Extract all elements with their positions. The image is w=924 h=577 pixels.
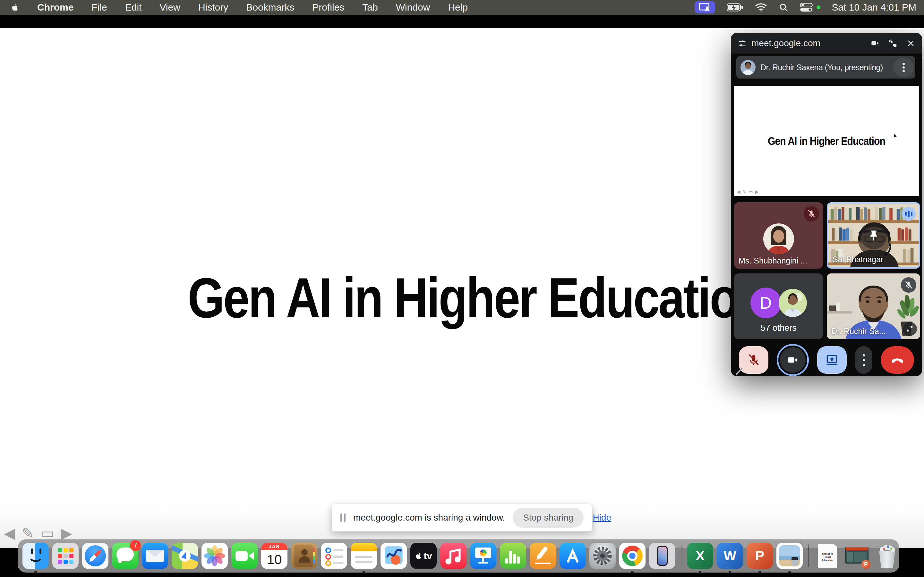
dock-mail[interactable] [142,543,168,569]
dock-appstore[interactable] [559,543,586,569]
running-indicator [729,571,731,574]
meet-window-header[interactable]: meet.google.com [731,33,922,53]
mic-muted-icon [901,277,916,293]
settings-icon [590,543,615,569]
camera-toggle-icon[interactable] [870,39,880,48]
ppt-file-icon: P [844,543,871,569]
appletv-icon: tv [410,543,437,569]
dock-chrome[interactable] [619,543,646,569]
dock-safari[interactable] [82,543,108,569]
menu-item-history[interactable]: History [198,2,228,13]
prev-slide-icon[interactable]: ◀ [4,526,15,540]
menu-bar-clock[interactable]: Sat 10 Jan 4:01 PM [832,2,917,13]
contacts-icon [291,543,317,569]
screen-sharing-status-icon[interactable] [695,1,715,13]
dock-powerpoint[interactable]: P [746,543,773,569]
present-screen-button[interactable] [817,346,846,374]
next-slide-icon[interactable]: ▶ [61,526,72,540]
picture-in-picture-icon[interactable] [888,39,898,48]
dock-launchpad[interactable] [52,543,79,569]
dock-reminders[interactable] [321,543,347,569]
presenter-more-options-icon[interactable] [893,58,914,77]
camera-on-button[interactable] [777,344,809,376]
dock-contacts[interactable] [291,543,317,569]
expand-tile-icon[interactable] [903,322,917,336]
dock-trash[interactable] [874,543,900,569]
chrome-icon [619,543,646,569]
dock-document[interactable]: Gen AI in Higher Education [814,543,841,569]
menu-item-tab[interactable]: Tab [362,2,378,13]
pen-tool-icon[interactable]: ✎ [21,526,34,540]
end-call-button[interactable] [881,346,914,374]
menu-item-view[interactable]: View [160,2,180,13]
dock-photos[interactable] [202,543,228,569]
close-icon[interactable] [906,39,916,48]
menu-item-help[interactable]: Help [448,2,468,13]
participant-tiles: Ms. Shubhangini ... [734,202,920,339]
dock-preview[interactable] [776,543,803,569]
dock-notes[interactable] [351,543,377,569]
dock-music[interactable] [440,543,467,569]
keynote-icon [470,543,496,569]
appstore-icon [559,543,586,569]
participant-tile-others[interactable]: D 57 others [734,274,823,339]
menu-item-profiles[interactable]: Profiles [312,2,344,13]
menu-bar-left: ChromeFileEditViewHistoryBookmarksProfil… [11,2,468,13]
mic-muted-button[interactable] [739,346,768,374]
presenter-banner[interactable]: Dr. Ruchir Saxena (You, presenting) [736,56,915,79]
stop-sharing-button[interactable]: Stop sharing [513,508,583,528]
apple-menu-icon[interactable] [11,3,19,12]
dock-numbers[interactable] [500,543,526,569]
control-center-icon[interactable] [800,3,821,12]
participant-tile-ruchir[interactable]: Dr. Ruchir Sa... [827,274,920,339]
dock-excel[interactable]: X [687,543,713,569]
freeform-icon [381,543,407,569]
dock-calendar[interactable]: JAN10 [261,543,288,569]
facetime-icon [231,543,258,569]
menu-item-edit[interactable]: Edit [125,2,142,13]
running-indicator [631,571,634,574]
presenter-avatar [740,60,756,75]
spotlight-search-icon[interactable] [779,3,788,12]
dock-freeform[interactable] [381,543,407,569]
dock-keynote[interactable] [470,543,496,569]
participant-tile-shubhangini[interactable]: Ms. Shubhangini ... [734,202,823,269]
participant-tile-sai-bhatnagar[interactable]: Sai Bhatnagar [827,202,920,269]
running-indicator [758,571,761,574]
menu-item-window[interactable]: Window [396,2,430,13]
running-indicator [699,571,701,574]
notes-icon [351,543,377,569]
hide-link[interactable]: Hide [593,513,611,523]
finder-icon [23,543,49,569]
dock-ppt-file[interactable]: P [844,543,871,569]
more-options-button[interactable] [855,346,872,374]
shared-screen-preview[interactable]: Gen AI in Higher Education ◀✎▭▶ ▲ [734,86,919,196]
dock-facetime[interactable] [231,543,258,569]
numbers-icon [500,543,526,569]
dock-word[interactable]: W [717,543,743,569]
slide-overview-icon[interactable]: ▭ [40,526,54,540]
dock-iphone-mirroring[interactable] [649,543,675,569]
tune-icon[interactable] [737,39,747,48]
dock-finder[interactable] [23,543,49,569]
menu-item-bookmarks[interactable]: Bookmarks [246,2,294,13]
menu-item-chrome[interactable]: Chrome [37,2,73,13]
preview-presentation-controls: ◀✎▭▶ [737,189,759,194]
desktop-screen: ChromeFileEditViewHistoryBookmarksProfil… [0,0,924,577]
presenter-name: Dr. Ruchir Saxena (You, presenting) [760,63,883,72]
dock-pages[interactable] [530,543,556,569]
pinned-icon [860,222,887,249]
wifi-icon[interactable] [755,3,767,12]
dock-divider [681,545,682,567]
dock-maps[interactable] [172,543,198,569]
dock-messages[interactable]: 7 [112,543,138,569]
running-indicator [788,571,791,574]
meet-window-title: meet.google.com [751,38,821,48]
battery-charging-icon[interactable] [727,3,743,11]
menu-item-file[interactable]: File [91,2,107,13]
dock-appletv[interactable]: tv [410,543,437,569]
preview-icon [776,543,803,569]
dock-settings[interactable] [590,543,615,569]
badge-count: 7 [130,540,141,551]
pause-icon [341,514,346,522]
